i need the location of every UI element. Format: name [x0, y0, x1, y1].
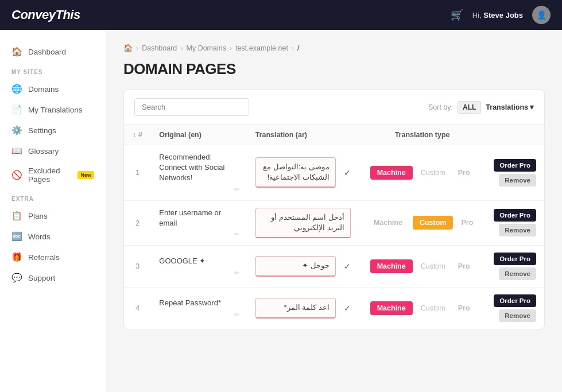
translation-cell: موصى به:التواصل مع الشبكات الاجتماعية! ✓ [247, 145, 359, 201]
translation-cell: جوجل ✦ ✓ [247, 245, 359, 287]
table-row: 2 Enter username or email ✏ أدخل اسم الم… [124, 200, 544, 245]
sidebar-item-referrals[interactable]: 🎁 Referrals [0, 247, 106, 267]
action-cell: Order Pro Remove [486, 287, 544, 329]
sidebar-item-my-translations[interactable]: 📄 My Translations [0, 99, 106, 120]
custom-button[interactable]: Custom [416, 166, 450, 180]
order-pro-button[interactable]: Order Pro [494, 253, 536, 265]
check-icon: ✓ [344, 304, 351, 313]
user-name: Steve Jobs [483, 11, 523, 20]
pro-button[interactable]: Pro [456, 216, 478, 230]
translation-box[interactable]: جوجل ✦ [255, 256, 336, 277]
breadcrumb-dashboard[interactable]: Dashboard [142, 44, 177, 52]
sidebar-item-support[interactable]: 💬 Support [0, 267, 106, 288]
order-pro-button[interactable]: Order Pro [494, 159, 536, 172]
sort-by-control: Sort by: ALL Translations ▾ [428, 101, 534, 114]
action-cell: Order Pro Remove [486, 245, 544, 287]
check-icon: ✓ [344, 262, 351, 271]
remove-button[interactable]: Remove [499, 267, 536, 280]
custom-button[interactable]: Custom [416, 301, 450, 315]
original-text: Enter username or email [159, 208, 239, 228]
original-cell: Repeat Password* ✏ [151, 287, 247, 329]
remove-button[interactable]: Remove [499, 224, 536, 236]
glossary-icon: 📖 [11, 146, 22, 156]
machine-button[interactable]: Machine [370, 166, 413, 180]
translation-cell: أدخل اسم المستخدم أو البريد الإلكتروني [247, 200, 359, 245]
sort-translations-button[interactable]: Translations ▾ [486, 103, 534, 111]
table-row: 1 Recommended: Connect with Social Netwo… [124, 145, 544, 201]
sidebar-item-label: Domains [28, 85, 59, 94]
translation-box[interactable]: أدخل اسم المستخدم أو البريد الإلكتروني [255, 208, 351, 238]
referrals-icon: 🎁 [11, 252, 22, 262]
col-header-type: Translation type [359, 125, 486, 145]
dropdown-icon: ▾ [530, 103, 534, 111]
machine-button[interactable]: Machine [370, 259, 413, 273]
sidebar-item-glossary[interactable]: 📖 Glossary [0, 141, 106, 161]
table-toolbar: Sort by: ALL Translations ▾ [124, 90, 544, 125]
avatar[interactable]: 👤 [532, 6, 551, 24]
user-greeting: Hi, Steve Jobs [472, 11, 523, 20]
words-icon: 🔤 [11, 231, 22, 242]
sidebar-item-excluded-pages[interactable]: 🚫 Excluded Pages New [0, 161, 106, 189]
type-cell: Machine Custom Pro [359, 145, 486, 201]
sidebar: 🏠 Dashboard MY SITES 🌐 Domains 📄 My Tran… [0, 30, 106, 392]
breadcrumb-my-domains[interactable]: My Domains [187, 44, 226, 52]
table-container: Sort by: ALL Translations ▾ ↕ # [123, 90, 545, 329]
translation-cell: اعد كلمة المر* ✓ [247, 287, 359, 329]
page-layout: 🏠 Dashboard MY SITES 🌐 Domains 📄 My Tran… [0, 30, 562, 392]
edit-icon: ✏ [159, 311, 239, 319]
plans-icon: 📋 [11, 211, 22, 221]
breadcrumb: 🏠 › Dashboard › My Domains › test.exampl… [123, 44, 545, 52]
check-icon: ✓ [344, 168, 351, 177]
app-logo: ConveyThis [11, 7, 80, 22]
home-breadcrumb-icon[interactable]: 🏠 [123, 44, 133, 52]
remove-button[interactable]: Remove [499, 309, 536, 322]
original-text: GOOOGLE ✦ [159, 256, 239, 266]
sort-arrow-icon: ↕ [133, 131, 136, 139]
machine-button[interactable]: Machine [367, 216, 409, 230]
breadcrumb-domain[interactable]: test.example.net [235, 44, 288, 52]
col-header-actions [486, 125, 544, 145]
action-cell: Order Pro Remove [486, 200, 544, 245]
original-text: Repeat Password* [159, 298, 239, 308]
translation-box[interactable]: موصى به:التواصل مع الشبكات الاجتماعية! [255, 157, 336, 188]
sidebar-item-label: Dashboard [28, 48, 66, 56]
excluded-pages-icon: 🚫 [11, 170, 22, 180]
sort-all-button[interactable]: ALL [458, 101, 481, 114]
sidebar-item-label: Plans [28, 212, 48, 220]
type-cell: Machine Custom Pro [359, 200, 486, 245]
sidebar-item-domains[interactable]: 🌐 Domains [0, 79, 106, 99]
search-input[interactable] [134, 98, 249, 116]
custom-button[interactable]: Custom [413, 216, 454, 230]
custom-button[interactable]: Custom [416, 259, 450, 273]
translations-table: ↕ # Original (en) Translation (ar) Trans… [124, 125, 544, 329]
sidebar-item-label: Settings [28, 126, 56, 135]
settings-icon: ⚙️ [11, 125, 22, 135]
sidebar-item-label: Support [28, 274, 55, 282]
main-content: 🏠 › Dashboard › My Domains › test.exampl… [106, 30, 562, 392]
sidebar-item-label: Words [28, 232, 51, 241]
breadcrumb-current: / [297, 44, 299, 52]
pro-button[interactable]: Pro [454, 166, 475, 180]
domains-icon: 🌐 [11, 84, 22, 94]
sidebar-item-dashboard[interactable]: 🏠 Dashboard [0, 41, 106, 62]
sidebar-item-plans[interactable]: 📋 Plans [0, 205, 106, 226]
type-cell: Machine Custom Pro [359, 287, 486, 329]
row-num: 3 [124, 245, 151, 287]
pro-button[interactable]: Pro [454, 259, 475, 273]
translation-box[interactable]: اعد كلمة المر* [255, 298, 336, 319]
sidebar-item-label: Glossary [28, 147, 59, 156]
order-pro-button[interactable]: Order Pro [494, 294, 536, 307]
sidebar-item-label: Excluded Pages [28, 166, 69, 184]
sidebar-item-settings[interactable]: ⚙️ Settings [0, 120, 106, 141]
pro-button[interactable]: Pro [454, 301, 475, 315]
page-title: DOMAIN PAGES [123, 60, 545, 78]
remove-button[interactable]: Remove [499, 174, 536, 187]
machine-button[interactable]: Machine [370, 301, 413, 315]
sidebar-item-label: Referrals [28, 253, 60, 262]
sort-label: Sort by: [428, 103, 453, 111]
cart-icon[interactable]: 🛒 [451, 9, 463, 21]
action-cell: Order Pro Remove [486, 145, 544, 201]
sidebar-item-words[interactable]: 🔤 Words [0, 226, 106, 247]
order-pro-button[interactable]: Order Pro [494, 209, 536, 222]
original-cell: GOOOGLE ✦ ✏ [151, 245, 247, 287]
